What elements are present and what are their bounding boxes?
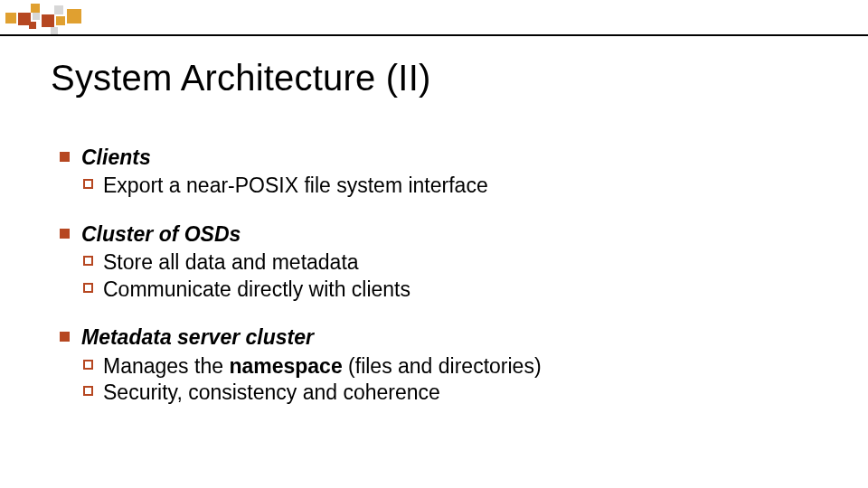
bullet-l2: Manages the namespace (files and directo… xyxy=(58,353,817,380)
bullet-group: Metadata server cluster Manages the name… xyxy=(58,324,817,406)
slide-body: Clients Export a near-POSIX file system … xyxy=(58,145,817,428)
text-pre: Manages the xyxy=(103,354,229,378)
horizontal-rule xyxy=(0,34,868,36)
bullet-l2: Security, consistency and coherence xyxy=(58,380,817,406)
bullet-l1: Metadata server cluster xyxy=(58,324,817,351)
bullet-group: Clients Export a near-POSIX file system … xyxy=(58,145,817,200)
bullet-l2: Communicate directly with clients xyxy=(58,277,817,303)
deco-square xyxy=(56,16,65,25)
bullet-l1: Clients xyxy=(58,145,817,171)
deco-square xyxy=(5,13,16,23)
deco-square xyxy=(67,9,81,23)
slide: System Architecture (II) Clients Export … xyxy=(0,0,868,488)
text-post: (files and directories) xyxy=(343,354,542,378)
bullet-l2: Store all data and metadata xyxy=(58,249,817,276)
deco-square xyxy=(33,13,40,20)
deco-square xyxy=(42,14,54,27)
corner-decoration xyxy=(0,0,181,45)
deco-square xyxy=(29,22,36,29)
deco-square xyxy=(54,5,63,14)
bullet-l2: Export a near-POSIX file system interfac… xyxy=(58,173,817,199)
deco-square xyxy=(31,4,40,13)
slide-title: System Architecture (II) xyxy=(51,58,430,99)
bullet-l1: Cluster of OSDs xyxy=(58,221,817,248)
deco-square xyxy=(51,27,58,34)
bullet-group: Cluster of OSDs Store all data and metad… xyxy=(58,221,817,303)
text-bold: namespace xyxy=(229,354,342,378)
